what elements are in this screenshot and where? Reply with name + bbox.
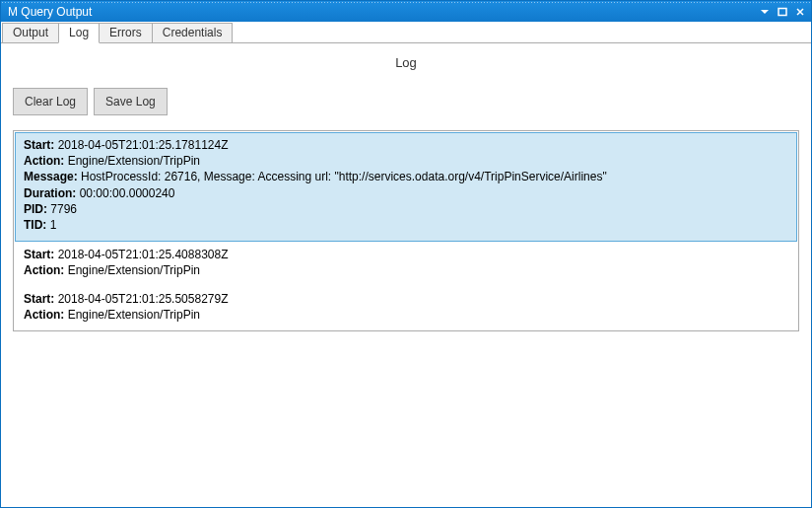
log-label-duration: Duration: [24,186,80,200]
log-start: 2018-04-05T21:01:25.1781124Z [58,138,229,152]
log-label-start: Start: [24,138,58,152]
window-frame: M Query Output Output Log Errors Credent… [0,0,812,508]
maximize-icon[interactable] [776,5,789,19]
dropdown-icon[interactable] [758,5,772,19]
log-label-start: Start: [24,248,58,261]
tab-log[interactable]: Log [58,23,100,43]
log-label-action: Action: [24,308,68,322]
log-duration: 00:00:00.0000240 [80,186,175,200]
tab-output[interactable]: Output [2,23,59,42]
log-label-start: Start: [24,292,58,306]
log-entry[interactable]: Start: 2018-04-05T21:01:25.1781124Z Acti… [15,132,797,242]
log-label-message: Message: [24,170,81,183]
log-entry[interactable]: Start: 2018-04-05T21:01:25.4088308Z Acti… [14,243,798,286]
log-label-pid: PID: [24,202,50,216]
log-action: Engine/Extension/TripPin [68,154,200,168]
log-message: HostProcessId: 26716, Message: Accessing… [81,170,607,183]
window-controls [758,5,807,19]
toolbar: Clear Log Save Log [13,88,799,115]
log-action: Engine/Extension/TripPin [68,263,200,277]
log-label-action: Action: [24,154,68,168]
svg-rect-0 [778,8,786,15]
log-label-action: Action: [24,263,68,277]
log-start: 2018-04-05T21:01:25.5058279Z [58,292,229,306]
save-log-button[interactable]: Save Log [94,88,168,115]
close-icon[interactable] [793,5,807,19]
log-pid: 7796 [50,202,77,216]
log-start: 2018-04-05T21:01:25.4088308Z [58,248,229,261]
content-heading: Log [13,55,799,70]
log-label-tid: TID: [24,218,50,232]
tab-errors[interactable]: Errors [99,23,153,42]
clear-log-button[interactable]: Clear Log [13,88,88,115]
window-title: M Query Output [7,5,758,19]
log-entry[interactable]: Start: 2018-04-05T21:01:25.5058279Z Acti… [14,287,798,330]
log-action: Engine/Extension/TripPin [68,308,200,322]
log-container: Start: 2018-04-05T21:01:25.1781124Z Acti… [13,130,799,331]
content-area: Log Clear Log Save Log Start: 2018-04-05… [1,43,811,507]
title-bar: M Query Output [1,1,811,22]
tab-bar: Output Log Errors Credentials [1,22,811,43]
tab-credentials[interactable]: Credentials [152,23,234,42]
log-tid: 1 [50,218,57,232]
